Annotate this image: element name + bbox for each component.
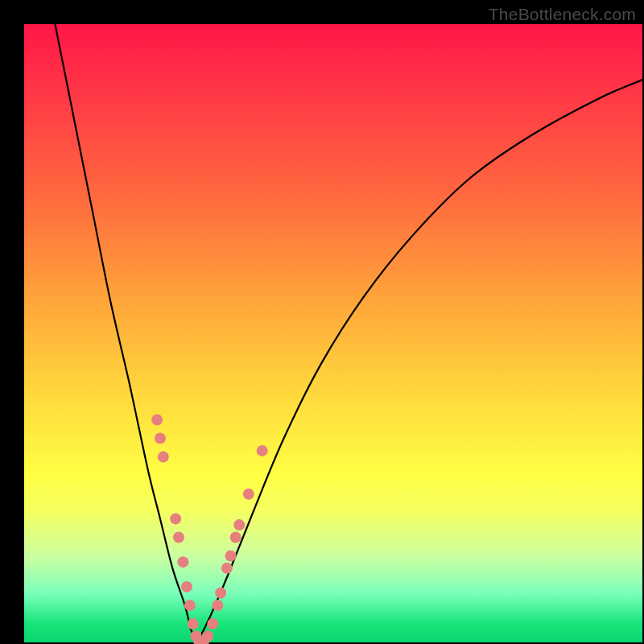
data-marker	[207, 618, 218, 630]
marker-group	[151, 415, 268, 644]
data-marker	[230, 531, 242, 543]
data-marker	[181, 581, 192, 592]
data-marker	[173, 531, 184, 543]
data-marker	[202, 630, 213, 642]
data-marker	[225, 550, 237, 561]
curve-left	[55, 24, 197, 642]
chart-svg	[24, 24, 642, 642]
data-marker	[158, 452, 169, 463]
data-marker	[184, 600, 196, 611]
data-marker	[212, 600, 223, 611]
watermark-text: TheBottleneck.com	[489, 5, 636, 24]
curve-group	[55, 24, 642, 642]
data-marker	[243, 489, 254, 500]
data-marker	[151, 415, 163, 426]
data-marker	[215, 588, 226, 599]
data-marker	[188, 618, 199, 630]
data-marker	[221, 563, 233, 574]
chart-frame: TheBottleneck.com	[0, 0, 644, 644]
data-marker	[177, 556, 188, 568]
plot-area	[24, 24, 642, 642]
data-marker	[233, 519, 245, 530]
curve-right	[197, 80, 642, 642]
data-marker	[257, 445, 268, 456]
data-marker	[170, 513, 181, 524]
data-marker	[155, 433, 166, 444]
